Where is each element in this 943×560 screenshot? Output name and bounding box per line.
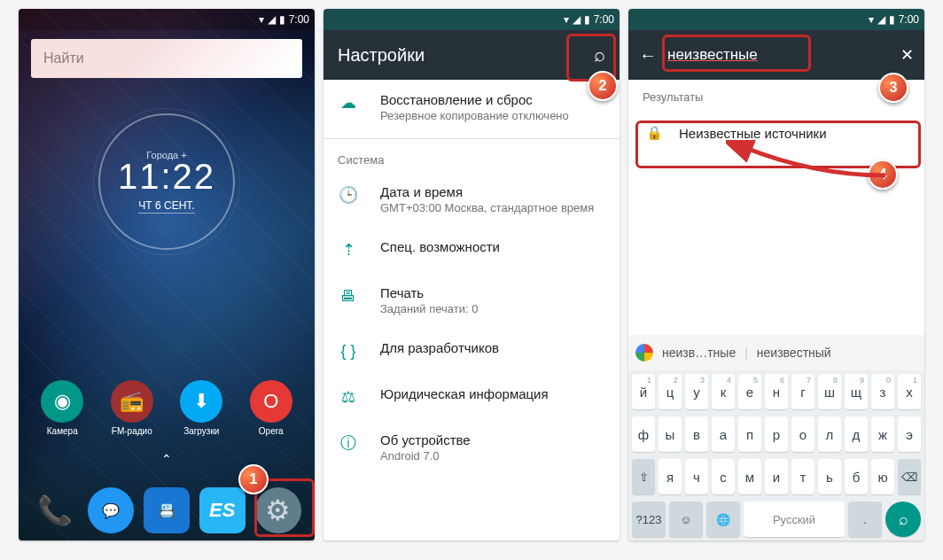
phone-home: ▾ ◢ ▮ 7:00 Найти Города + 11:22 ЧТ 6 СЕН… <box>19 9 315 541</box>
settings-item[interactable]: ⓘОб устройствеAndroid 7.0 <box>323 420 620 475</box>
period-key[interactable]: . <box>848 502 882 537</box>
phone-search: ▾ ◢ ▮ 7:00 ← неизвестные ✕ Результаты 🔒 … <box>628 9 924 541</box>
keyboard: неизв…тные | неизвестный й1ц2у3к4е5н6г7ш… <box>628 335 924 541</box>
key[interactable]: э <box>898 416 921 452</box>
es-icon[interactable]: ES <box>199 487 245 533</box>
clock-city: Города + <box>100 150 233 160</box>
key[interactable]: ы <box>659 416 682 452</box>
key[interactable]: в <box>685 416 708 452</box>
wifi-icon: ▾ <box>869 13 874 26</box>
status-bar: ▾ ◢ ▮ 7:00 <box>323 9 620 30</box>
clock-date: ЧТ 6 СЕНТ. <box>138 199 194 214</box>
badge-2: 2 <box>588 71 618 101</box>
status-bar: ▾ ◢ ▮ 7:00 <box>628 9 924 30</box>
cloud-icon: ☁ <box>338 92 359 113</box>
shift-key[interactable]: ⇧ <box>632 459 655 494</box>
key[interactable]: п <box>738 416 761 452</box>
key[interactable]: у3 <box>685 374 708 409</box>
dock: 📞 💬 📇 ES ⚙ <box>19 487 315 533</box>
emoji-key[interactable]: ☺ <box>669 502 703 537</box>
key[interactable]: д <box>845 416 868 452</box>
badge-4: 4 <box>868 159 898 190</box>
key[interactable]: я <box>659 459 682 494</box>
key[interactable]: х1 <box>898 374 921 409</box>
suggestion-2[interactable]: неизвестный <box>757 346 831 360</box>
badge-1: 1 <box>238 464 269 494</box>
settings-item[interactable]: ⇡Спец. возможности <box>323 227 620 273</box>
key[interactable]: е5 <box>738 374 761 409</box>
result-label: Неизвестные источники <box>679 126 827 141</box>
key[interactable]: н6 <box>765 374 788 409</box>
settings-item[interactable]: 🕒Дата и времяGMT+03:00 Москва, стандартн… <box>323 172 620 227</box>
messages-icon[interactable]: 💬 <box>88 487 134 533</box>
badge-3: 3 <box>878 73 908 103</box>
key[interactable]: ю <box>871 459 894 494</box>
phone-icon[interactable]: 📞 <box>32 487 78 533</box>
result-unknown-sources[interactable]: 🔒 Неизвестные источники <box>643 113 910 153</box>
suggestion-bar: неизв…тные | неизвестный <box>628 335 924 370</box>
lang-key[interactable]: 🌐 <box>706 502 740 537</box>
results-label: Результаты <box>643 90 910 104</box>
key[interactable]: р <box>765 416 788 452</box>
search-key[interactable]: ⌕ <box>885 502 921 537</box>
contacts-icon[interactable]: 📇 <box>144 487 190 533</box>
phone-settings: ▾ ◢ ▮ 7:00 Настройки ⌕ ☁ Восстановление … <box>323 9 620 541</box>
key[interactable]: с <box>712 459 735 494</box>
settings-item[interactable]: ⚖Юридическая информация <box>323 374 620 420</box>
app-Opera[interactable]: OOpera <box>240 380 302 436</box>
key[interactable]: г7 <box>791 374 814 409</box>
app-Загрузки[interactable]: ⬇Загрузки <box>170 380 232 436</box>
search-icon[interactable]: ⌕ <box>594 43 605 66</box>
google-icon[interactable] <box>635 344 653 362</box>
app-row: ◉Камера📻FM-радио⬇ЗагрузкиOOpera <box>19 380 315 436</box>
settings-item-backup[interactable]: ☁ Восстановление и сбросРезервное копиро… <box>323 80 620 135</box>
settings-icon[interactable]: ⚙ <box>255 487 301 533</box>
space-key[interactable]: Русский <box>744 502 845 537</box>
key[interactable]: ь <box>818 459 841 494</box>
backspace-key[interactable]: ⌫ <box>898 459 921 494</box>
back-icon[interactable]: ← <box>639 45 657 66</box>
app-FM-радио[interactable]: 📻FM-радио <box>101 380 163 436</box>
key[interactable]: й1 <box>632 374 655 409</box>
search-query[interactable]: неизвестные <box>667 46 890 64</box>
settings-title: Настройки <box>338 45 425 66</box>
key[interactable]: к4 <box>712 374 735 409</box>
status-time: 7:00 <box>594 13 614 26</box>
signal-icon: ◢ <box>877 13 885 26</box>
key[interactable]: ш8 <box>818 374 841 409</box>
clock-widget[interactable]: Города + 11:22 ЧТ 6 СЕНТ. <box>19 113 315 250</box>
search-bar: ← неизвестные ✕ <box>628 30 924 80</box>
signal-icon: ◢ <box>573 13 581 26</box>
key[interactable]: т <box>791 459 814 494</box>
battery-icon: ▮ <box>889 13 895 26</box>
battery-icon: ▮ <box>584 13 590 26</box>
key[interactable]: л <box>818 416 841 452</box>
key[interactable]: ц2 <box>659 374 682 409</box>
settings-item[interactable]: { }Для разработчиков <box>323 328 620 374</box>
settings-item[interactable]: 🖶ПечатьЗаданий печати: 0 <box>323 273 620 328</box>
clear-icon[interactable]: ✕ <box>900 45 914 65</box>
key[interactable]: щ9 <box>845 374 868 409</box>
wifi-icon: ▾ <box>564 13 569 26</box>
app-drawer-handle[interactable]: ⌃ <box>161 452 172 466</box>
key[interactable]: ч <box>685 459 708 494</box>
app-bar: Настройки ⌕ <box>323 30 620 80</box>
key[interactable]: и <box>765 459 788 494</box>
divider <box>323 138 620 139</box>
numeric-key[interactable]: ?123 <box>632 502 666 537</box>
status-time: 7:00 <box>899 13 919 26</box>
key[interactable]: ж <box>871 416 894 452</box>
lock-icon: 🔒 <box>646 125 663 141</box>
section-system: Система <box>323 143 620 172</box>
clock-time: 11:22 <box>100 157 233 197</box>
key[interactable]: з0 <box>871 374 894 409</box>
settings-list[interactable]: ☁ Восстановление и сбросРезервное копиро… <box>323 80 620 541</box>
key[interactable]: ф <box>632 416 655 452</box>
key[interactable]: б <box>845 459 868 494</box>
app-Камера[interactable]: ◉Камера <box>31 380 93 436</box>
suggestion-1[interactable]: неизв…тные <box>662 346 736 360</box>
key[interactable]: о <box>791 416 814 452</box>
key[interactable]: м <box>738 459 761 494</box>
key[interactable]: а <box>712 416 735 452</box>
